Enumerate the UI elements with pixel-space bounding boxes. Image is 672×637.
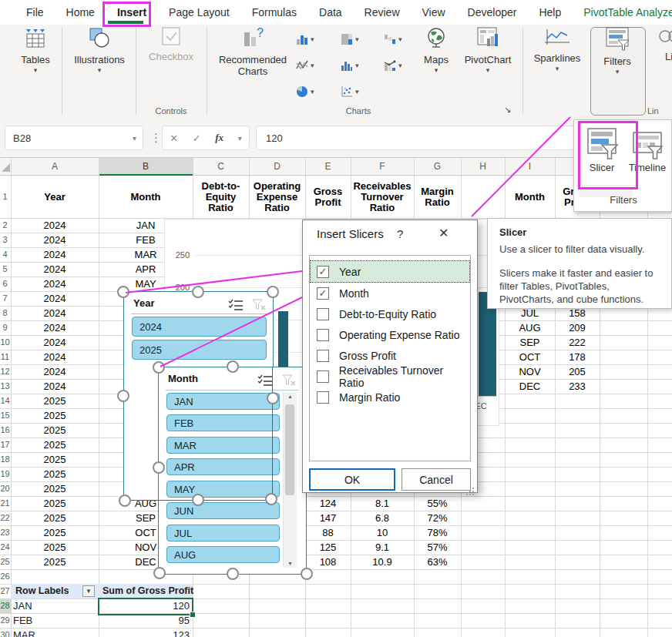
cell[interactable]: 2025: [11, 481, 99, 496]
checkbox-unchecked[interactable]: [317, 350, 329, 362]
cell[interactable]: 209: [555, 320, 600, 335]
tab-formulas[interactable]: Formulas: [251, 5, 297, 20]
pie-chart-button[interactable]: ▾: [296, 83, 325, 100]
month-slicer-item-feb[interactable]: FEB: [166, 414, 280, 431]
col-header-E[interactable]: E: [305, 158, 351, 176]
pivot-value-header[interactable]: Sum of Gross Profit: [102, 584, 193, 598]
row-header[interactable]: 14: [0, 394, 10, 408]
cell[interactable]: 6.8: [351, 511, 414, 525]
col-header-C[interactable]: C: [193, 158, 249, 176]
chevron-down-icon[interactable]: ▾: [238, 134, 242, 142]
cell[interactable]: 2024: [11, 320, 99, 335]
resize-grip[interactable]: [472, 488, 474, 489]
hierarchy-chart-button[interactable]: ▾: [341, 31, 370, 48]
month-slicer-item-jan[interactable]: JAN: [166, 393, 280, 410]
cell[interactable]: 233: [555, 379, 600, 394]
pivot-filter-dropdown[interactable]: ▼: [82, 585, 95, 597]
month-slicer-item-may[interactable]: MAY: [166, 481, 280, 498]
tab-view[interactable]: View: [422, 5, 446, 20]
sparklines-button[interactable]: Sparklines ▾: [529, 26, 586, 72]
cell[interactable]: DEC: [505, 379, 555, 394]
more-options-icon[interactable]: ⋮: [150, 131, 162, 145]
cell[interactable]: 2024: [11, 218, 99, 233]
checkbox-unchecked[interactable]: [317, 391, 329, 404]
maps-button[interactable]: Maps ▾: [416, 26, 456, 74]
cell[interactable]: 88: [305, 525, 351, 540]
col-header-B[interactable]: B: [99, 158, 193, 176]
dialog-close-icon[interactable]: ✕: [438, 226, 449, 240]
col-header-A[interactable]: A: [11, 158, 99, 176]
cell[interactable]: 2024: [11, 335, 99, 350]
pivot-row-labels-header[interactable]: Row Labels: [15, 584, 69, 598]
cell[interactable]: 78%: [414, 525, 461, 540]
cell[interactable]: SEP: [505, 335, 555, 350]
row-header[interactable]: 4: [0, 247, 10, 262]
month-slicer-item-apr[interactable]: APR: [166, 458, 280, 475]
name-box[interactable]: B28 ▾: [5, 126, 143, 150]
row-header[interactable]: 8: [0, 306, 10, 320]
row-header[interactable]: 22: [0, 511, 10, 525]
dialog-item-month[interactable]: ✓ Month: [311, 283, 469, 303]
selection-handle[interactable]: [227, 360, 239, 373]
row-header[interactable]: 30: [0, 628, 10, 637]
ok-button[interactable]: OK: [309, 468, 395, 491]
combo-chart-button[interactable]: ▾: [384, 57, 413, 74]
selection-handle[interactable]: [153, 567, 166, 579]
selection-handle[interactable]: [119, 495, 131, 507]
row-header[interactable]: 25: [0, 555, 10, 569]
col-header-D[interactable]: D: [249, 158, 305, 176]
row-header[interactable]: 10: [0, 335, 10, 350]
month-slicer-item-jun[interactable]: JUN: [166, 502, 280, 519]
pivot-row-label[interactable]: MAR: [13, 628, 35, 637]
cell[interactable]: 2024: [11, 233, 99, 247]
selection-handle[interactable]: [117, 390, 129, 402]
charts-dialog-launcher[interactable]: ↘: [504, 105, 511, 115]
tab-review[interactable]: Review: [364, 5, 401, 20]
header-cell-gross-profit[interactable]: Gross Profit: [305, 176, 351, 218]
row-header[interactable]: 19: [0, 467, 10, 481]
recommended-charts-button[interactable]: ? Recommended Charts: [216, 26, 290, 77]
col-header-H[interactable]: H: [461, 158, 505, 176]
cell[interactable]: 2025: [11, 408, 99, 423]
dialog-item-receivables-turnover[interactable]: Receivables Turnover Ratio: [311, 366, 469, 387]
cell[interactable]: 222: [555, 335, 600, 350]
header-cell-debt-to-equity[interactable]: Debt-to- Equity Ratio: [193, 176, 249, 218]
row-header[interactable]: 21: [0, 496, 10, 511]
scrollbar-thumb[interactable]: [285, 404, 294, 495]
cell[interactable]: 2025: [11, 496, 99, 511]
row-header[interactable]: 3: [0, 233, 10, 247]
cell[interactable]: NOV: [505, 364, 555, 379]
tab-home[interactable]: Home: [66, 5, 96, 20]
cell[interactable]: 124: [305, 496, 351, 511]
row-header[interactable]: 13: [0, 379, 10, 394]
filters-button[interactable]: Filters ▾: [592, 26, 643, 75]
timeline-menu-label[interactable]: Timeline: [625, 162, 670, 173]
col-header-G[interactable]: G: [414, 158, 461, 176]
cell[interactable]: 2024: [11, 350, 99, 364]
histogram-chart-button[interactable]: ▾: [341, 57, 370, 74]
header-cell-operating-expense[interactable]: Operating Expense Ratio: [249, 176, 305, 218]
column-chart-button[interactable]: ▾: [296, 31, 325, 48]
line-chart-button[interactable]: ▾: [296, 57, 325, 74]
cell[interactable]: 2024: [11, 277, 99, 291]
month-slicer-item-jul[interactable]: JUL: [166, 525, 280, 541]
cell[interactable]: AUG: [505, 320, 555, 335]
checkbox-unchecked[interactable]: [317, 329, 329, 341]
row-header[interactable]: 6: [0, 277, 10, 291]
cell[interactable]: 63%: [414, 555, 461, 569]
header-cell-margin-ratio[interactable]: Margin Ratio: [414, 176, 461, 218]
cell[interactable]: 2025: [11, 525, 99, 540]
cell[interactable]: 2025: [11, 540, 99, 555]
cell[interactable]: 2025: [11, 438, 99, 452]
row-header[interactable]: 24: [0, 540, 10, 555]
row-header[interactable]: 5: [0, 262, 10, 277]
cell[interactable]: 72%: [414, 511, 461, 525]
row-header[interactable]: 23: [0, 525, 10, 540]
col-header-I[interactable]: I: [505, 158, 555, 176]
pivotchart-button[interactable]: PivotChart ▾: [458, 26, 518, 74]
multi-select-icon[interactable]: [228, 299, 244, 313]
cell[interactable]: 2024: [11, 306, 99, 320]
row-header[interactable]: 18: [0, 452, 10, 467]
cell[interactable]: 2024: [11, 247, 99, 262]
header-cell-year[interactable]: Year: [11, 176, 99, 218]
